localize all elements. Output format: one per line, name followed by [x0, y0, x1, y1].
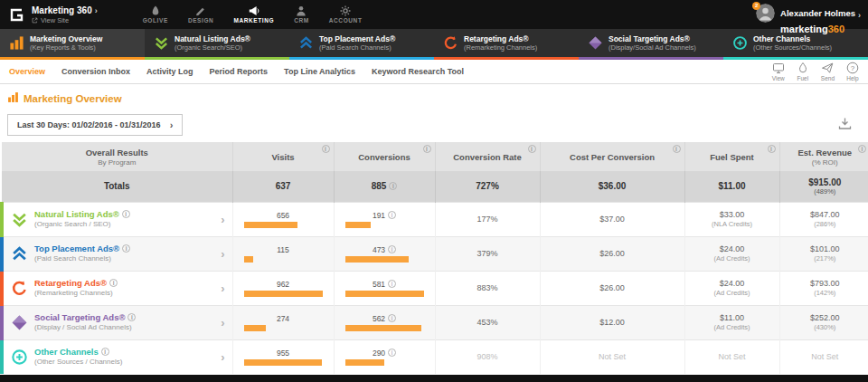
pencil-icon [195, 5, 206, 16]
cost-value: $37.00 [540, 202, 684, 236]
channel-tab-top-placement[interactable]: Top Placement Ads®(Paid Search Channels) [289, 29, 434, 60]
table-header-row: Overall ResultsBy Program Visits Convers… [2, 142, 868, 171]
conversions-bar [345, 222, 372, 228]
avatar[interactable]: 2 [756, 4, 775, 23]
channel-tab-natural-listing[interactable]: Natural Listing Ads®(Organic Search/SEO) [145, 29, 289, 60]
nav-crm[interactable]: CRM [294, 5, 309, 24]
table-row-top-placement[interactable]: Top Placement Ads® (Paid Search Channels… [2, 236, 868, 271]
date-range-selector[interactable]: Last 30 Days: 01/02/2016 - 01/31/2016 [7, 114, 183, 136]
nav-design[interactable]: DESIGN [188, 5, 214, 24]
tab-overview[interactable]: Overview [9, 67, 45, 76]
info-icon[interactable] [673, 145, 681, 153]
conversion-rate-value: 908% [435, 339, 540, 374]
sub-nav: Overview Conversion Inbox Activity Log P… [0, 60, 868, 84]
flame-icon [150, 5, 161, 16]
view-site-link[interactable]: View Site [32, 16, 98, 24]
info-icon[interactable] [388, 280, 396, 288]
info-icon[interactable] [322, 145, 330, 153]
social-targeting-icon [588, 35, 603, 51]
conversion-rate-value: 177% [435, 202, 540, 236]
tab-conversion-inbox[interactable]: Conversion Inbox [61, 67, 130, 76]
visits-value: 115 [244, 245, 323, 254]
user-menu[interactable]: 2 Alexander Holmes [756, 4, 861, 23]
tab-activity-log[interactable]: Activity Log [146, 67, 193, 76]
chevron-right-icon[interactable] [221, 211, 228, 227]
svg-text:?: ? [851, 64, 855, 72]
fuel-note: (NLA Credits) [685, 220, 779, 228]
tab-keyword-research-tool[interactable]: Keyword Research Tool [372, 67, 464, 76]
chevron-right-icon[interactable] [221, 245, 228, 262]
nav-account[interactable]: ACCOUNT [329, 5, 363, 24]
info-icon[interactable] [109, 279, 118, 287]
retargeting-icon [443, 35, 458, 51]
roi-value: (286%) [780, 220, 868, 228]
nav-marketing[interactable]: MARKETING [233, 5, 274, 24]
download-button[interactable] [838, 117, 852, 134]
marketing360-wordmark: marketing360 [780, 23, 861, 35]
marketing360-logo-icon[interactable] [7, 5, 25, 24]
top-placement-icon [11, 245, 28, 263]
site-switcher[interactable]: Marketing 360 View Site [32, 5, 98, 24]
info-icon[interactable] [388, 349, 396, 357]
tab-period-reports[interactable]: Period Reports [210, 67, 269, 76]
chevron-right-icon [92, 5, 98, 16]
info-icon[interactable] [768, 145, 776, 153]
fuel-value: $24.00 [685, 279, 779, 288]
retargeting-icon [11, 280, 28, 297]
table-row-natural-listing[interactable]: Natural Listing Ads® (Organic Search / S… [2, 202, 868, 236]
overall-results-table: Overall ResultsBy Program Visits Convers… [0, 142, 868, 374]
channel-nav: Marketing Overview(Key Reports & Tools) … [0, 29, 868, 60]
help-button[interactable]: ? Help [846, 62, 859, 81]
info-icon[interactable] [388, 245, 396, 253]
info-icon[interactable] [858, 145, 866, 153]
tab-top-line-analytics[interactable]: Top Line Analytics [284, 67, 355, 76]
totals-visits: 637 [232, 171, 334, 202]
natural-listing-icon [154, 35, 169, 51]
table-row-social-targeting[interactable]: Social Targeting Ads® (Display / Social … [2, 305, 868, 339]
program-subtitle: (Other Sources / Channels) [34, 357, 214, 367]
channel-tab-marketing-overview[interactable]: Marketing Overview(Key Reports & Tools) [0, 29, 145, 60]
chevron-right-icon[interactable] [221, 280, 228, 296]
send-button[interactable]: Send [821, 62, 835, 81]
table-row-other-channels[interactable]: Other Channels (Other Sources / Channels… [2, 339, 868, 374]
info-icon[interactable] [127, 313, 136, 321]
program-name: Natural Listing Ads® [34, 209, 119, 219]
chevron-right-icon[interactable] [221, 314, 228, 330]
info-icon[interactable] [528, 145, 536, 153]
info-icon[interactable] [101, 348, 109, 356]
info-icon[interactable] [389, 182, 397, 190]
nav-golive[interactable]: GOLIVE [143, 5, 168, 24]
channel-tab-social-targeting[interactable]: Social Targeting Ads®(Display/Social Ad … [579, 29, 723, 60]
megaphone-icon [249, 5, 259, 16]
view-button[interactable]: View [772, 62, 785, 81]
info-icon[interactable] [388, 314, 396, 322]
fuel-value: Not Set [685, 352, 779, 361]
site-name[interactable]: Marketing 360 [32, 5, 92, 16]
channel-tab-retargeting[interactable]: Retargeting Ads®(Remarketing Channels) [434, 29, 579, 60]
fuel-value: $11.00 [685, 313, 779, 322]
other-channels-icon [732, 35, 748, 51]
info-icon[interactable] [122, 210, 130, 218]
paper-plane-icon [821, 62, 834, 74]
fuel-note: (Ad Credits) [685, 289, 779, 297]
question-circle-icon: ? [846, 62, 859, 74]
fuel-note: (Ad Credits) [685, 254, 779, 263]
info-icon[interactable] [122, 244, 130, 253]
chevron-right-icon[interactable] [221, 349, 228, 365]
topbar: Marketing 360 View Site GOLIVE DESIGN MA… [0, 0, 868, 29]
cost-value: $26.00 [540, 271, 684, 305]
info-icon[interactable] [388, 211, 396, 219]
col-header-conversions: Conversions [334, 142, 435, 171]
conversions-bar [345, 325, 421, 331]
conversions-value: 562 [373, 314, 385, 323]
top-placement-icon [298, 35, 314, 51]
table-row-retargeting[interactable]: Retargeting Ads® (Remarketing Channels) … [2, 271, 868, 305]
visits-bar [244, 222, 297, 228]
visits-bar [244, 291, 323, 297]
program-name: Retargeting Ads® [34, 278, 107, 288]
fuel-button[interactable]: Fuel [797, 62, 809, 81]
col-header-visits: Visits [232, 142, 334, 171]
info-icon[interactable] [423, 145, 431, 153]
fuel-note: (Ad Credits) [685, 323, 779, 331]
col-header-conversion-rate: Conversion Rate [435, 142, 540, 171]
